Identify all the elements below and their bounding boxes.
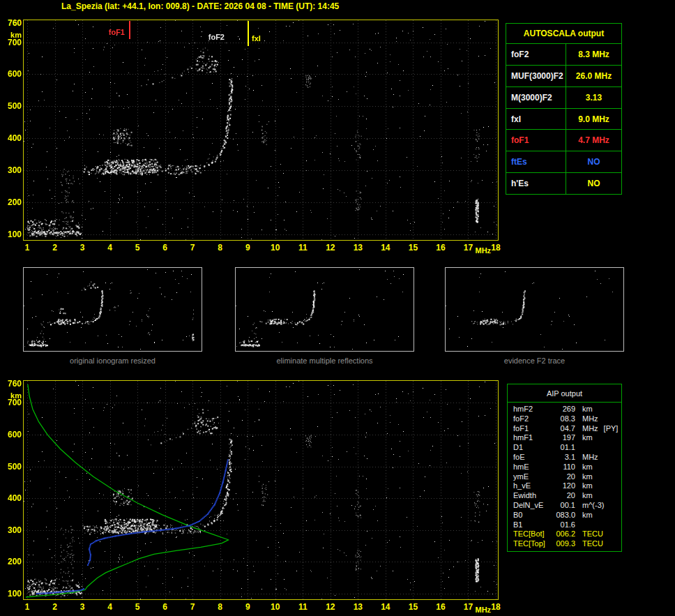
aip-output-panel: AIP output hmF2269kmfoF208.3MHzfoF104.7M… — [507, 384, 622, 552]
aip-row: hmE110km — [508, 463, 621, 472]
autoscala-row-value: NO — [566, 173, 621, 194]
autoscala-row-value: 9.0 MHz — [566, 109, 621, 130]
aip-row-value: 083.0 — [551, 511, 575, 520]
y-tick-label-main: 500 — [2, 101, 22, 111]
aip-row-unit: MHz — [575, 453, 598, 463]
aip-row-value: 006.2 — [551, 529, 575, 539]
aip-row-unit: km — [575, 491, 593, 501]
aip-row: DelN_vE00.1m^(-3) — [508, 501, 621, 511]
autoscala-row: fxI9.0 MHz — [506, 109, 621, 130]
aip-row: foF208.3MHz — [508, 414, 621, 424]
aip-row-unit: km — [575, 481, 593, 491]
aip-row-unit: km — [575, 463, 593, 472]
aip-row-label: foF2 — [508, 414, 551, 424]
x-tick-label-profile: 14 — [377, 602, 395, 612]
y-tick-label-profile: 300 — [2, 525, 22, 535]
x-tick-label-main: 2 — [46, 243, 64, 253]
aip-rows: hmF2269kmfoF208.3MHzfoF104.7MHz[PY]hmF11… — [508, 403, 621, 549]
thumbnail-no-multiple-reflections — [235, 267, 414, 352]
x-tick-label-main: 14 — [377, 243, 395, 253]
y-axis-unit-main: km — [2, 30, 22, 40]
ionogram-canvas-main — [24, 20, 498, 240]
aip-row: B101.6 — [508, 520, 621, 530]
aip-row-label: B1 — [508, 520, 551, 530]
y-tick-label-profile: 600 — [2, 430, 22, 440]
x-tick-label-profile: 4 — [101, 602, 119, 612]
x-tick-label-main: 12 — [321, 243, 340, 253]
thumbnail-original-ionogram — [23, 267, 202, 352]
x-tick-label-profile: 12 — [321, 602, 340, 612]
y-tick-label-main: 600 — [2, 69, 22, 79]
aip-row: B0083.0km — [508, 511, 621, 520]
aip-row-label: ymE — [508, 472, 551, 482]
x-tick-label-main: 6 — [156, 243, 174, 253]
aip-row-label: DelN_vE — [508, 501, 551, 511]
station-header: La_Spezia (lat: +44.1, lon: 009.8) - DAT… — [61, 1, 339, 11]
aip-row-unit: TECU — [575, 539, 603, 549]
y-tick-label-main: 200 — [2, 197, 22, 207]
thumbnail-f2-trace-canvas — [446, 268, 623, 351]
autoscala-row: foF28.3 MHz — [506, 44, 621, 66]
x-tick-label-main: 5 — [128, 243, 146, 253]
thumbnail-caption-no-multiples: eliminate multiple reflections — [235, 356, 414, 365]
x-tick-label-main: 11 — [294, 243, 312, 253]
aip-row-label: hmF2 — [508, 405, 551, 414]
thumbnail-caption-original: original ionogram resized — [23, 356, 202, 365]
aip-row-value: 01.1 — [551, 443, 575, 453]
ionogram-plot-main — [23, 20, 499, 241]
aip-row: foF104.7MHz[PY] — [508, 424, 621, 434]
y-axis-unit-profile: km — [2, 391, 22, 400]
aip-row-unit — [575, 520, 582, 530]
aip-row-unit: km — [575, 472, 593, 482]
aip-row: Ewidth20km — [508, 491, 621, 501]
autoscala-row-label: foF1 — [506, 130, 566, 151]
autoscala-title: AUTOSCALA output — [506, 24, 621, 44]
x-tick-label-profile: 3 — [73, 602, 91, 612]
x-tick-label-profile: 2 — [46, 602, 64, 612]
aip-row: ymE20km — [508, 472, 621, 482]
ionogram-plot-profile — [23, 380, 499, 600]
autoscala-row: MUF(3000)F226.0 MHz — [506, 66, 621, 87]
x-tick-label-main: 4 — [101, 243, 119, 253]
x-tick-label-profile: 5 — [128, 602, 146, 612]
x-tick-label-profile: 15 — [404, 602, 422, 612]
aip-row-label: h_vE — [508, 481, 551, 491]
aip-row-value: 20 — [551, 472, 575, 482]
autoscala-output-table: AUTOSCALA output foF28.3 MHzMUF(3000)F22… — [506, 23, 622, 195]
y-tick-label-main: 100 — [2, 230, 22, 239]
aip-row-label: hmF1 — [508, 433, 551, 443]
thumbnail-original-canvas — [24, 268, 202, 351]
aip-row-label: Ewidth — [508, 491, 551, 501]
aip-row-value: 269 — [551, 405, 575, 414]
autoscala-row-value: 26.0 MHz — [566, 66, 621, 87]
marker-line-fxi — [248, 21, 249, 46]
aip-row-label: D1 — [508, 443, 551, 453]
x-tick-label-main: 15 — [404, 243, 422, 253]
thumbnail-no-multiples-canvas — [236, 268, 414, 351]
aip-row: D101.1 — [508, 443, 621, 453]
aip-row-value: 04.7 — [551, 424, 575, 434]
autoscala-row-label: MUF(3000)F2 — [506, 66, 566, 87]
autoscala-row: M(3000)F23.13 — [506, 87, 621, 109]
x-tick-label-main: 3 — [73, 243, 91, 253]
marker-line-fof1 — [129, 21, 130, 39]
aip-row: TEC[Bot]006.2TECU — [508, 529, 621, 539]
aip-row: h_vE120km — [508, 481, 621, 491]
x-tick-label-profile: 9 — [238, 602, 257, 612]
aip-row-unit: km — [575, 405, 593, 414]
autoscala-row-value: 4.7 MHz — [566, 130, 621, 151]
aip-row-unit: TECU — [575, 529, 603, 539]
autoscala-row-label: ftEs — [506, 151, 566, 172]
autoscala-row: ftEsNO — [506, 151, 621, 173]
ionogram-canvas-profile — [24, 381, 498, 599]
aip-row-value: 00.1 — [551, 501, 575, 511]
autoscala-row-label: h'Es — [506, 173, 566, 194]
aip-row-label: hmE — [508, 463, 551, 472]
x-tick-label-main: 1 — [18, 243, 36, 253]
aip-row-label: TEC[Bot] — [508, 529, 551, 539]
y-tick-label-main: 300 — [2, 165, 22, 175]
autoscala-row: foF14.7 MHz — [506, 130, 621, 151]
y-tick-label-profile: 400 — [2, 493, 22, 503]
aip-title: AIP output — [508, 384, 621, 403]
aip-row-value: 197 — [551, 433, 575, 443]
